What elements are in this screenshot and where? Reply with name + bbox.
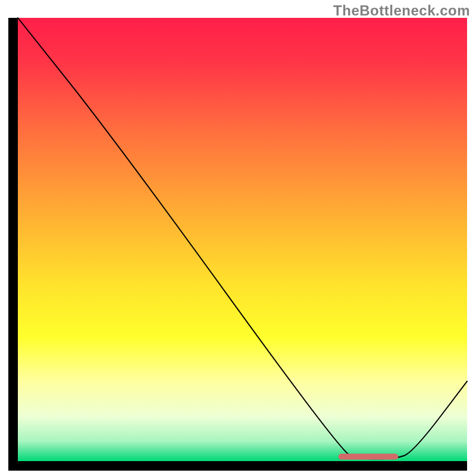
watermark-text: TheBottleneck.com [333,2,470,19]
chart-container: TheBottleneck.com [0,0,476,476]
bottleneck-chart [0,0,476,476]
bottom-axis [8,461,467,471]
left-axis [8,18,18,471]
gradient-background [18,18,467,461]
